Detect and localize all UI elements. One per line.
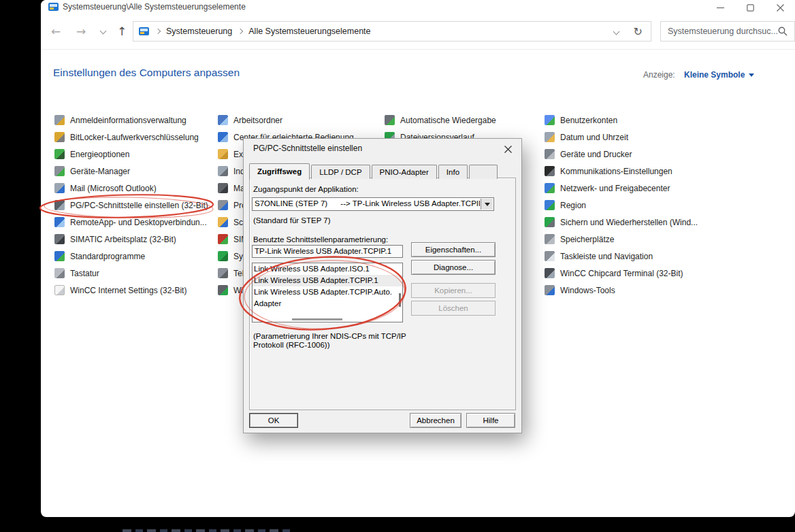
forward-icon[interactable]: → [76,24,86,39]
control-panel-item-label: Datum und Uhrzeit [560,133,628,142]
interface-list-item[interactable]: Adapter [253,298,402,310]
devices-printers-icon [545,149,555,159]
control-panel-item[interactable]: Netzwerk- und Freigabecenter [545,180,698,197]
interface-listbox[interactable]: Link Wireless USB Adapter.ISO.1Link Wire… [252,263,403,322]
breadcrumb-separator-icon [155,29,161,34]
control-panel-item[interactable]: Arbeitsordner [218,112,354,129]
view-selector[interactable]: Kleine Symbole [684,70,754,80]
storage-spaces-icon [545,234,555,244]
items-column-1: AnmeldeinformationsverwaltungBitLocker-L… [54,112,208,299]
view-dropdown-icon [749,73,754,77]
close-button[interactable] [765,0,795,15]
breadcrumb-alle-elemente[interactable]: Alle Systemsteuerungselemente [248,27,370,36]
control-panel-item-label: PG/PC-Schnittstelle einstellen (32-Bit) [70,201,208,210]
control-panel-item[interactable]: Geräte und Drucker [545,146,698,163]
user-accounts-icon [545,115,555,125]
control-panel-item[interactable]: Kommunikations-Einstellungen [545,163,698,180]
control-panel-item[interactable]: BitLocker-Laufwerkverschlüsselung [54,129,208,146]
control-panel-icon [48,3,59,11]
region-globe-icon [545,200,555,210]
combobox-dropdown-button[interactable] [481,199,493,210]
back-icon[interactable]: ← [51,24,61,39]
diagnose-button[interactable]: Diagnose... [411,260,496,275]
control-panel-item[interactable]: WinCC Internet Settings (32-Bit) [54,282,208,299]
simatic-tools-icon [54,234,65,244]
cancel-button[interactable]: Abbrechen [410,413,461,428]
windows-monitor-icon [218,285,228,295]
horizontal-scrollbar[interactable] [292,318,342,320]
up-icon[interactable]: ↑ [117,24,127,39]
view-label: Anzeige: [643,70,675,80]
autoplay-icon [385,115,395,125]
history-chevron-icon[interactable] [100,28,107,35]
control-panel-item[interactable]: Windows-Tools [545,282,698,299]
control-panel-item-label: Benutzerkonten [560,116,617,125]
interface-list-item[interactable]: Link Wireless USB Adapter.ISO.1 [253,263,402,275]
access-point-label: Zugangspunkt der Applikation: [253,185,359,193]
param-label: Benutzte Schnittstellenparametrierung: [253,235,388,244]
address-bar[interactable]: Systemsteuerung Alle Systemsteuerungsele… [133,21,651,41]
control-panel-item[interactable]: Datum und Uhrzeit [545,129,698,146]
breadcrumb-control-panel-icon [139,27,149,35]
control-panel-item[interactable]: Standardprogramme [54,248,208,265]
eigenschaften-button[interactable]: Eigenschaften... [411,242,496,257]
tab-pnio-adapter[interactable]: PNIO-Adapter [372,165,437,179]
control-panel-item[interactable]: PG/PC-Schnittstelle einstellen (32-Bit) [54,197,208,214]
control-panel-item[interactable]: Geräte-Manager [54,163,208,180]
refresh-icon[interactable]: ↻ [634,25,643,38]
breadcrumb-separator-icon [238,29,243,34]
control-panel-item[interactable]: Region [545,197,698,214]
backup-restore-icon [545,217,555,227]
items-column-4: BenutzerkontenDatum und UhrzeitGeräte un… [545,112,698,299]
page-title: Einstellungen des Computers anpassen [53,67,240,79]
control-panel-item[interactable]: Energieoptionen [54,146,208,163]
address-dropdown-icon[interactable] [613,28,619,35]
control-panel-item[interactable]: Automatische Wiedergabe [385,112,496,129]
control-panel-item[interactable]: WinCC Chipcard Terminal (32-Bit) [545,265,698,282]
device-manager-icon [54,166,65,176]
interface-list-item[interactable]: Link Wireless USB Adapter.TCPIP.Auto. [253,286,402,298]
control-panel-item[interactable]: Anmeldeinformationsverwaltung [54,112,208,129]
access-point-combobox[interactable]: S7ONLINE (STEP 7) --> TP-Link Wireless U… [252,197,494,211]
control-panel-item-label: RemoteApp- und Desktopverbindun... [70,218,207,227]
param-field: TP-Link Wireless USB Adapter.TCPIP.1 [252,245,403,258]
credentials-vault-icon [54,115,65,125]
search-settings-icon [218,166,228,176]
control-panel-item-label: WinCC Chipcard Terminal (32-Bit) [560,269,683,278]
simatic-wrench-icon [218,234,228,244]
tab-zugriffsweg[interactable]: Zugriffsweg [249,163,310,180]
control-panel-item-label: Arbeitsordner [233,116,282,125]
breadcrumb-systemsteuerung[interactable]: Systemsteuerung [166,27,232,36]
control-panel-item[interactable]: Benutzerkonten [545,112,698,129]
search-placeholder: Systemsteuerung durchsuc... [668,27,778,36]
control-panel-item[interactable]: Sichern und Wiederherstellen (Wind... [545,214,698,231]
control-panel-item[interactable]: RemoteApp- und Desktopverbindun... [54,214,208,231]
tab-info[interactable]: Info [438,165,468,179]
interface-list-item[interactable]: Link Wireless USB Adapter.TCPIP.1 [253,275,402,286]
ndis-note-line2: Protokoll (RFC-1006)) [253,341,329,349]
control-panel-item[interactable]: SIMATIC Arbeitsplatz (32-Bit) [54,231,208,248]
dialog-title: PG/PC-Schnittstelle einstellen [253,144,362,153]
tab-lldp-dcp[interactable]: LLDP / DCP [311,165,370,179]
folder-options-icon [218,149,228,159]
dialog-close-icon[interactable] [501,143,515,155]
search-box[interactable]: Systemsteuerung durchsuc... [660,21,795,41]
troubleshooting-icon [218,200,228,210]
default-programs-icon [54,251,65,261]
löschen-button: Löschen [411,301,496,316]
com-settings-icon [545,166,555,176]
help-button[interactable]: Hilfe [466,413,515,428]
control-panel-item[interactable]: Taskleiste und Navigation [545,248,698,265]
mouse-icon [218,183,228,193]
windows-tools-icon [545,285,555,295]
maximize-button[interactable] [735,0,765,15]
control-panel-item[interactable]: Mail (Microsoft Outlook) [54,180,208,197]
vertical-scrollbar[interactable] [399,293,401,307]
ok-button[interactable]: OK [249,413,298,428]
control-panel-item[interactable]: Speicherplätze [545,231,698,248]
minimize-button[interactable] [705,0,735,15]
pg-pc-interface-icon [54,200,65,210]
control-panel-item-label: Energieoptionen [70,150,129,159]
control-panel-item[interactable]: Tastatur [54,265,208,282]
remoteapp-icon [54,217,65,227]
